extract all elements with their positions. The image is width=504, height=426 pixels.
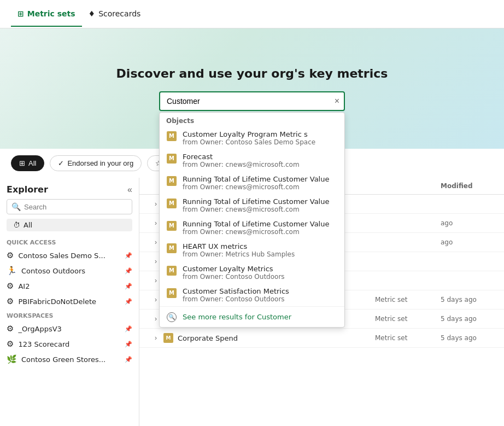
metric-icon: M <box>167 176 177 186</box>
sidebar-all-button[interactable]: ⏱ All <box>7 219 132 231</box>
sidebar-search: 🔍 <box>7 199 132 214</box>
metric-icon: M <box>167 221 177 231</box>
metric-icon: M <box>167 199 177 208</box>
quick-access-label: Quick access <box>0 236 139 248</box>
metric-sets-icon: ⊞ <box>17 9 24 18</box>
dropdown-item[interactable]: M Forecast from Owner: cnews@microsoft.c… <box>160 149 344 172</box>
clock-icon: ⏱ <box>13 221 20 229</box>
sidebar-item-orgapps[interactable]: ⚙ _OrgAppsV3 📌 <box>0 321 139 336</box>
search-more-icon: 🔍 <box>167 312 177 322</box>
metric-icon: M <box>167 154 177 164</box>
dropdown-item[interactable]: M HEART UX metrics from Owner: Metrics H… <box>160 239 344 261</box>
filter-endorsed-button[interactable]: ✓ Endorsed in your org <box>50 155 142 171</box>
sidebar-header: Explorer « <box>0 184 139 199</box>
metric-icon: M <box>167 243 177 253</box>
metric-icon: M <box>167 288 177 298</box>
sidebar-item-123scorecard[interactable]: ⚙ 123 Scorecard 📌 <box>0 336 139 352</box>
hero-section: Discover and use your org's key metrics … <box>0 28 504 149</box>
pin-icon: 📌 <box>125 267 132 275</box>
sidebar-collapse-button[interactable]: « <box>127 185 132 195</box>
workspace-icon: ⚙ <box>7 296 14 306</box>
workspace-icon: ⚙ <box>7 324 14 334</box>
sidebar-item-contoso-sales[interactable]: ⚙ Contoso Sales Demo S... 📌 <box>0 248 139 263</box>
table-row[interactable]: › M Corporate Spend Metric set 5 days ag… <box>139 329 504 348</box>
pin-icon: 📌 <box>125 252 132 259</box>
pin-icon: 📌 <box>125 356 132 363</box>
workspace-icon: ⚙ <box>7 250 14 260</box>
sidebar-item-contoso-outdoors[interactable]: 🏃 Contoso Outdoors 📌 <box>0 263 139 278</box>
workspace-icon: 🌿 <box>7 354 17 364</box>
sidebar-title: Explorer <box>7 184 48 195</box>
sidebar: Explorer « 🔍 ⏱ All Quick access ⚙ Contos… <box>0 178 139 426</box>
dropdown-item[interactable]: M Customer Loyalty Metrics from Owner: C… <box>160 261 344 284</box>
metric-icon: M <box>167 131 177 141</box>
workspace-icon: ⚙ <box>7 281 14 291</box>
scorecards-icon: ♦ <box>89 9 96 18</box>
workspace-icon: 🏃 <box>7 266 17 276</box>
metric-icon: M <box>167 266 177 276</box>
pin-icon: 📌 <box>125 298 132 305</box>
search-dropdown: Objects M Customer Loyalty Program Metri… <box>159 112 345 328</box>
search-container: × Objects M Customer Loyalty Program Met… <box>159 91 345 111</box>
all-icon: ⊞ <box>19 159 25 167</box>
hero-title: Discover and use your org's key metrics <box>116 67 388 80</box>
workspaces-label: Workspaces <box>0 309 139 321</box>
endorsed-icon: ✓ <box>58 159 64 167</box>
filter-all-button[interactable]: ⊞ All <box>11 155 44 171</box>
tab-scorecards[interactable]: ♦ Scorecards <box>82 2 148 27</box>
pin-icon: 📌 <box>125 325 132 332</box>
sidebar-item-ai2[interactable]: ⚙ AI2 📌 <box>0 278 139 294</box>
dropdown-section-label: Objects <box>160 113 344 127</box>
pin-icon: 📌 <box>125 341 132 348</box>
pin-icon: 📌 <box>125 283 132 290</box>
dropdown-item[interactable]: M Customer Satisfaction Metrics from Own… <box>160 284 344 306</box>
workspace-icon: ⚙ <box>7 339 14 349</box>
sidebar-item-contoso-green[interactable]: 🌿 Contoso Green Stores... 📌 <box>0 352 139 367</box>
metric-row-icon: M <box>163 333 173 343</box>
dropdown-item[interactable]: M Running Total of Lifetime Customer Val… <box>160 194 344 217</box>
search-clear-button[interactable]: × <box>333 95 341 107</box>
tab-metric-sets[interactable]: ⊞ Metric sets <box>11 2 82 27</box>
top-nav: ⊞ Metric sets ♦ Scorecards <box>0 0 504 28</box>
search-input[interactable] <box>159 91 345 111</box>
sidebar-search-input[interactable] <box>24 203 127 211</box>
dropdown-item[interactable]: M Running Total of Lifetime Customer Val… <box>160 217 344 239</box>
sidebar-search-icon: 🔍 <box>11 202 21 211</box>
expand-button[interactable]: › <box>148 333 163 343</box>
see-more-results[interactable]: 🔍 See more results for Customer <box>160 306 344 327</box>
sidebar-item-pbifabric[interactable]: ⚙ PBIFabricDoNotDelete 📌 <box>0 294 139 309</box>
dropdown-item[interactable]: M Customer Loyalty Program Metric s from… <box>160 127 344 149</box>
dropdown-item[interactable]: M Running Total of Lifetime Customer Val… <box>160 172 344 194</box>
